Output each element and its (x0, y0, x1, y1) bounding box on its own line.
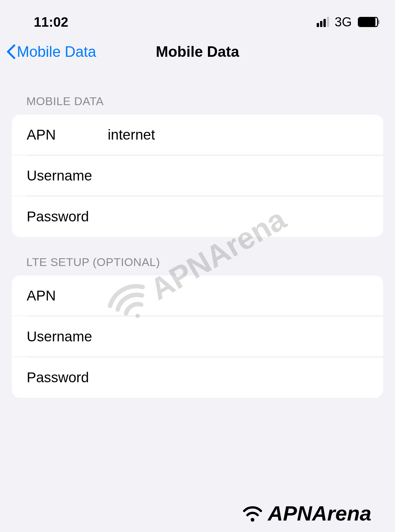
status-right: 3G (317, 15, 378, 29)
svg-point-0 (251, 518, 255, 522)
footer-text: APNArena (268, 501, 371, 525)
lte-apn-input[interactable] (108, 288, 383, 304)
navigation-bar: Mobile Data Mobile Data (0, 37, 395, 69)
page-title: Mobile Data (156, 43, 239, 60)
password-label: Password (27, 209, 108, 225)
back-button[interactable]: Mobile Data (7, 43, 96, 60)
signal-strength-icon (317, 17, 329, 27)
lte-apn-label: APN (27, 288, 108, 304)
chevron-left-icon (7, 45, 14, 58)
username-row[interactable]: Username (12, 155, 383, 196)
lte-apn-row[interactable]: APN (12, 275, 383, 316)
content: MOBILE DATA APN Username Password LTE SE… (0, 69, 395, 398)
password-row[interactable]: Password (12, 196, 383, 237)
mobile-data-card: APN Username Password (12, 115, 383, 237)
footer-logo: APNArena (241, 501, 371, 525)
password-input[interactable] (108, 209, 383, 225)
status-time: 11:02 (34, 15, 68, 30)
network-type: 3G (335, 15, 352, 29)
wifi-icon (241, 504, 264, 523)
lte-password-row[interactable]: Password (12, 357, 383, 398)
battery-icon (358, 17, 378, 27)
lte-password-label: Password (27, 369, 108, 386)
section-header-mobile-data: MOBILE DATA (0, 69, 395, 115)
lte-setup-card: APN Username Password (12, 275, 383, 398)
apn-label: APN (27, 127, 108, 143)
apn-input[interactable] (108, 127, 383, 143)
lte-password-input[interactable] (108, 369, 383, 386)
lte-username-input[interactable] (108, 329, 383, 345)
status-bar: 11:02 3G (0, 0, 395, 37)
back-button-label: Mobile Data (17, 43, 96, 60)
lte-username-label: Username (27, 329, 108, 345)
lte-username-row[interactable]: Username (12, 316, 383, 357)
apn-row[interactable]: APN (12, 115, 383, 155)
username-label: Username (27, 168, 108, 184)
username-input[interactable] (108, 168, 383, 184)
section-header-lte: LTE SETUP (OPTIONAL) (0, 237, 395, 275)
